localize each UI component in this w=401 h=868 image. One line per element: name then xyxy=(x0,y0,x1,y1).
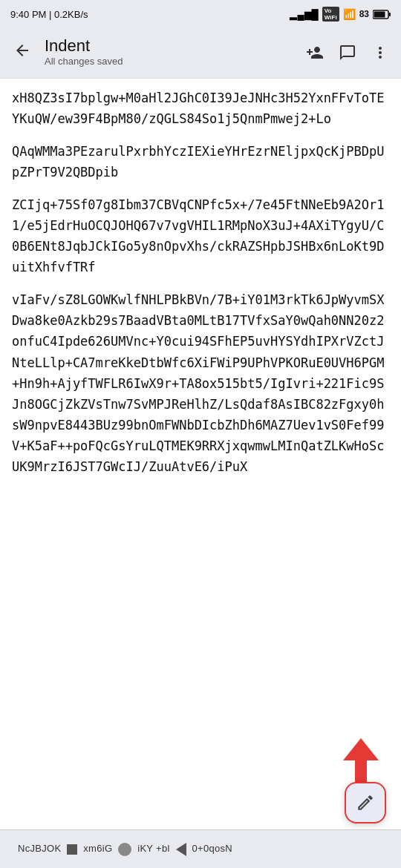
app-title: Indent xyxy=(45,36,300,56)
vo-badge: VoWiFi xyxy=(322,7,339,22)
status-bar: 9:40 PM | 0.2KB/s ▂▄▆█ VoWiFi 📶 83 xyxy=(0,0,401,27)
circle-icon xyxy=(118,843,131,856)
stop-icon xyxy=(67,844,77,855)
svg-rect-2 xyxy=(374,11,385,17)
status-icons: ▂▄▆█ VoWiFi 📶 83 xyxy=(290,7,391,22)
paragraph-3: ZCIjq+75Sf07g8Ibm37CBVqCNPfc5x+/7e45FtNN… xyxy=(12,194,389,277)
paragraph-2: QAqWMMa3PEzarulPxrbhYczIEXieYHrEzrNEljpx… xyxy=(12,141,389,183)
svg-rect-1 xyxy=(389,13,391,16)
app-bar-actions xyxy=(300,38,395,68)
more-options-button[interactable] xyxy=(365,38,395,68)
play-back-icon xyxy=(176,843,186,856)
back-button[interactable] xyxy=(6,34,39,71)
status-time-data: 9:40 PM | 0.2KB/s xyxy=(10,9,88,20)
battery-icon xyxy=(373,10,391,19)
wifi-icon: 📶 xyxy=(343,8,356,20)
comment-button[interactable] xyxy=(333,38,362,68)
paragraph-4: vIaFv/sZ8LGOWKwlfNHLPBkBVn/7B+iY01M3rkTk… xyxy=(12,289,389,476)
edit-fab-button[interactable] xyxy=(345,782,386,823)
document-content: xH8QZ3sI7bplgw+M0aHl2JGhC0I39JeJNHc3H52Y… xyxy=(0,79,401,746)
title-area: Indent All changes saved xyxy=(39,36,300,68)
bottom-text: NcJBJOK xm6iG iKY +bl 0+0qosN xyxy=(18,843,232,856)
paragraph-1: xH8QZ3sI7bplgw+M0aHl2JGhC0I39JeJNHc3H52Y… xyxy=(12,88,389,129)
add-person-button[interactable] xyxy=(300,38,330,68)
signal-icon: ▂▄▆█ xyxy=(290,9,318,20)
app-subtitle: All changes saved xyxy=(45,56,300,68)
bottom-bar: NcJBJOK xm6iG iKY +bl 0+0qosN xyxy=(0,829,401,868)
battery-indicator: 83 xyxy=(359,9,369,19)
app-bar: Indent All changes saved xyxy=(0,27,401,79)
